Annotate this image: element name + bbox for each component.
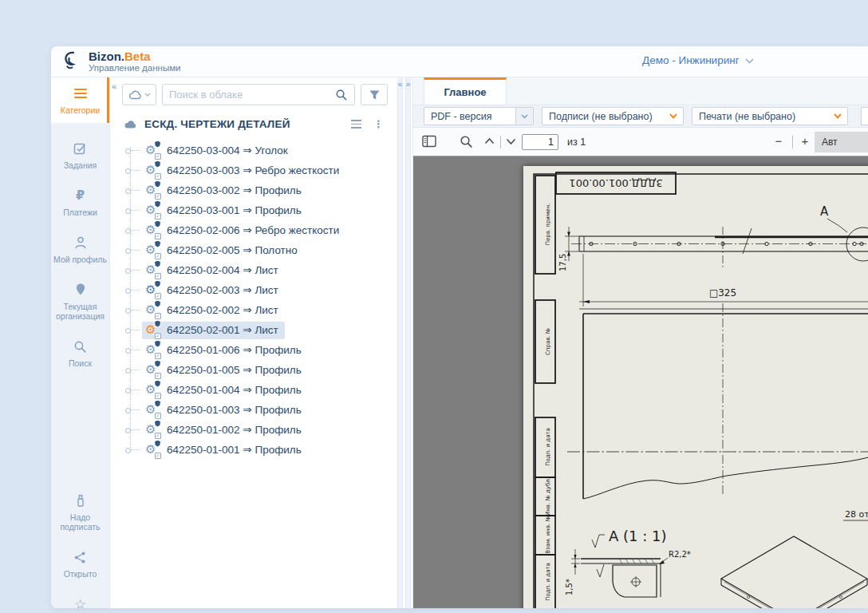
- tree-expander-icon[interactable]: [128, 230, 140, 231]
- sidebar-toggle-icon[interactable]: [422, 135, 436, 148]
- margin-label: Подп. и дата: [545, 563, 551, 601]
- sidebar-item-opened[interactable]: Открыто: [51, 543, 109, 585]
- sidebar-item-profile[interactable]: Мой профиль: [51, 228, 109, 271]
- margin-label: Перв. примен.: [545, 204, 551, 246]
- sidebar-item-organization[interactable]: Текущая организация: [51, 275, 109, 327]
- dropdown-value: Печати (не выбрано): [692, 111, 834, 122]
- tree-expander-icon[interactable]: [128, 449, 140, 450]
- sidebar-item-favorites[interactable]: ☆: [51, 590, 109, 608]
- tree-expander-icon[interactable]: [128, 290, 140, 291]
- tree-item[interactable]: ⚙ ✓ 642250-03-001 ⇒ Профиль: [110, 200, 397, 220]
- cloud-search-input[interactable]: [169, 89, 335, 101]
- previous-page-icon[interactable]: [484, 137, 495, 144]
- tree-item[interactable]: ⚙ ✓ 642250-03-003 ⇒ Ребро жесткости: [110, 160, 397, 180]
- tab-main[interactable]: Главное: [424, 77, 507, 105]
- tree-item[interactable]: ⚙ ✓ 642250-02-001 ⇒ Лист: [110, 320, 397, 340]
- cloud-source-dropdown[interactable]: [122, 84, 156, 105]
- page-number-input[interactable]: [522, 134, 558, 150]
- sidebar-item-label: Задания: [64, 160, 97, 170]
- sidebar-item-categories[interactable]: Категории: [51, 77, 109, 123]
- tree-item[interactable]: ⚙ ✓ 642250-02-002 ⇒ Лист: [110, 300, 397, 320]
- holes-note: 28 от: [845, 509, 868, 520]
- chevron-down-icon: [669, 113, 683, 119]
- zoom-in-button[interactable]: +: [799, 134, 811, 148]
- tree-item[interactable]: ⚙ ✓ 642250-03-004 ⇒ Уголок: [110, 140, 397, 160]
- tree-expander-icon[interactable]: [128, 210, 140, 211]
- tree-item[interactable]: ⚙ ✓ 642250-02-004 ⇒ Лист: [110, 260, 397, 280]
- organization-selector[interactable]: Демо - Инжиниринг: [642, 54, 754, 66]
- collapse-panel-icon[interactable]: «: [112, 81, 116, 91]
- app-window: Bizon.Beta Управление данными Демо - Инж…: [51, 46, 868, 608]
- sidebar-item-label: Платежи: [63, 208, 97, 217]
- collapse-left-icon: «: [398, 80, 403, 89]
- document-viewer: Главное PDF - версия Подписи (не выбрано…: [412, 77, 868, 608]
- zoom-scale-select[interactable]: Авт: [815, 132, 868, 152]
- checkbox-badge-icon: ✓: [155, 333, 161, 339]
- zoom-out-button[interactable]: −: [772, 134, 785, 148]
- tree-expander-icon[interactable]: [128, 150, 140, 151]
- panel-splitter: « »: [397, 77, 412, 608]
- tree-expander-icon[interactable]: [128, 250, 140, 251]
- tree-item[interactable]: ⚙ ✓ 642250-02-006 ⇒ Ребро жесткости: [110, 220, 397, 240]
- gear-icon: ⚙ ✓: [145, 263, 161, 278]
- tree-expander-icon[interactable]: [128, 429, 140, 430]
- tree-more-icon[interactable]: ⋮: [373, 118, 384, 130]
- tree-item[interactable]: ⚙ ✓ 642250-01-002 ⇒ Профиль: [110, 420, 397, 440]
- dim-height: 17,5: [558, 254, 567, 271]
- tree-item-label: 642250-01-003 ⇒ Профиль: [167, 403, 302, 416]
- sidebar-item-tasks[interactable]: Задания: [51, 134, 109, 176]
- signatures-dropdown[interactable]: Подписи (не выбрано): [542, 107, 684, 125]
- tree-item[interactable]: ⚙ ✓ 642250-03-002 ⇒ Профиль: [110, 180, 397, 200]
- search-icon[interactable]: [335, 89, 348, 101]
- tree-item[interactable]: ⚙ ✓ 642250-02-005 ⇒ Полотно: [110, 240, 397, 260]
- tree-item[interactable]: ⚙ ✓ 642250-01-001 ⇒ Профиль: [110, 440, 397, 460]
- gear-icon: ⚙ ✓: [145, 362, 161, 378]
- tree-expander-icon[interactable]: [128, 190, 140, 191]
- tree-item-label: 642250-01-002 ⇒ Профиль: [167, 423, 302, 436]
- pdf-toolbar: из 1 − + Авт: [413, 128, 868, 156]
- tree-expander-icon[interactable]: [128, 330, 140, 330]
- sidebar-item-need-sign[interactable]: Надо подписать: [51, 486, 109, 538]
- tree-item[interactable]: ⚙ ✓ 642250-01-004 ⇒ Профиль: [110, 380, 397, 400]
- checkbox-badge-icon: ✓: [155, 293, 161, 299]
- tree-item-label: 642250-01-001 ⇒ Профиль: [167, 443, 302, 456]
- tree-root-title[interactable]: ЕСКД. ЧЕРТЕЖИ ДЕТАЛЕЙ: [144, 118, 344, 130]
- sidebar-item-payments[interactable]: ₽ Платежи: [51, 181, 109, 223]
- tree-expander-icon[interactable]: [128, 409, 140, 410]
- tree-expander-icon[interactable]: [128, 170, 140, 171]
- tree-item[interactable]: ⚙ ✓ 642250-01-006 ⇒ Профиль: [110, 340, 397, 360]
- logo: Bizon.Beta Управление данными: [51, 49, 181, 74]
- tree-menu-icon[interactable]: [351, 120, 361, 129]
- checkbox-badge-icon: ✓: [155, 353, 161, 359]
- pdf-search-icon[interactable]: [460, 135, 473, 148]
- next-page-icon[interactable]: [506, 138, 516, 145]
- checkbox-badge-icon: ✓: [155, 193, 161, 200]
- tree-expander-icon[interactable]: [128, 350, 140, 350]
- clipped-dropdown-fragment: [861, 107, 868, 125]
- gear-icon: ⚙ ✓: [145, 402, 161, 417]
- share-icon: [73, 550, 87, 564]
- tree-item[interactable]: ⚙ ✓ 642250-01-005 ⇒ Профиль: [110, 360, 397, 380]
- splitter-collapse-left[interactable]: «: [397, 77, 403, 608]
- tree-expander-icon[interactable]: [128, 390, 140, 390]
- tree-expander-icon[interactable]: [128, 270, 140, 271]
- tree-expander-icon[interactable]: [128, 370, 140, 370]
- margin-label: Взам. инв. №: [545, 516, 551, 554]
- dim-square: □325: [709, 287, 736, 299]
- tree-item-label: 642250-02-003 ⇒ Лист: [167, 283, 278, 296]
- tree-item[interactable]: ⚙ ✓ 642250-01-003 ⇒ Профиль: [110, 400, 397, 420]
- splitter-collapse-right[interactable]: »: [405, 77, 411, 608]
- sidebar-item-search[interactable]: Поиск: [51, 332, 109, 374]
- user-icon: [73, 235, 88, 250]
- checkbox-badge-icon: ✓: [155, 153, 161, 160]
- usb-token-icon: [75, 493, 86, 508]
- margin-label: Подп. и дата: [545, 428, 551, 466]
- stamps-dropdown[interactable]: Печати (не выбрано): [692, 107, 848, 125]
- pdf-canvas[interactable]: Перв. примен. Справ. № Подп. и дата Инв.…: [413, 156, 868, 608]
- tree-item[interactable]: ⚙ ✓ 642250-02-003 ⇒ Лист: [110, 280, 397, 300]
- checkbox-badge-icon: ✓: [155, 393, 161, 399]
- dropdown-value: PDF - версия: [424, 111, 515, 122]
- filter-button[interactable]: [361, 84, 388, 105]
- tree-expander-icon[interactable]: [128, 310, 140, 310]
- pdf-version-dropdown[interactable]: PDF - версия: [424, 107, 534, 125]
